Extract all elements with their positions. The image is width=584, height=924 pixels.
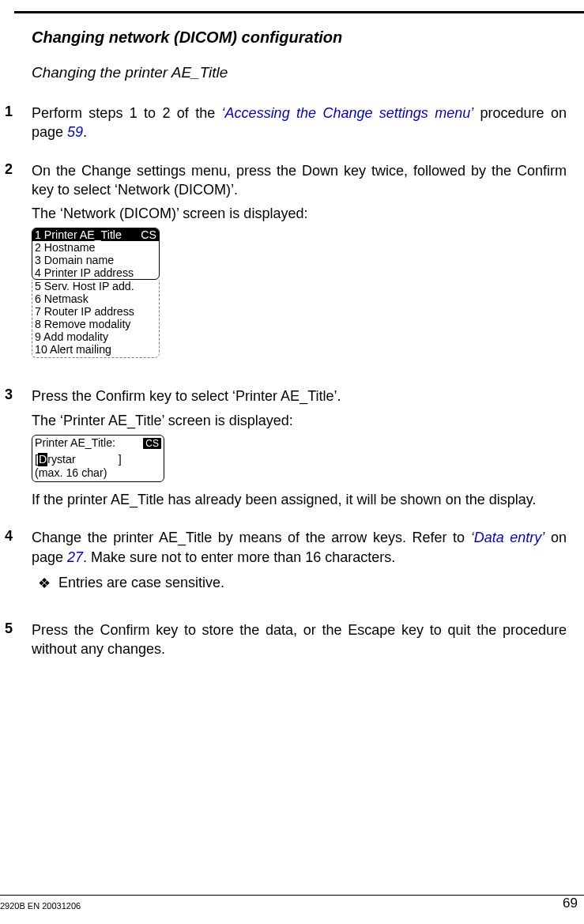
lcd-menu-overflow: 5 Serv. Host IP add. 6 Netmask 7 Router … — [32, 280, 160, 358]
step-number: 3 — [5, 387, 32, 514]
lcd-entry-screen: Printer AE_Title: CS [Drystar] (max. 16 … — [32, 435, 164, 482]
menu-row: 9 Add modality — [32, 330, 159, 343]
text: Press the Confirm key to store the data,… — [32, 620, 567, 659]
menu-row: 2 Hostname — [32, 241, 159, 254]
menu-row-selected: 1 Printer AE_Title CS — [32, 228, 159, 241]
text: . — [83, 124, 87, 140]
heading-subsection: Changing the printer AE_Title — [32, 64, 567, 81]
step-number: 4 — [5, 528, 32, 606]
footer-rule — [0, 895, 584, 896]
step-5: 5 Press the Confirm key to store the dat… — [32, 620, 567, 664]
step-body: On the Change settings menu, press the D… — [32, 161, 567, 373]
text: Press the Confirm key to select ‘Printer… — [32, 387, 567, 405]
step-number: 5 — [5, 620, 32, 664]
step-4: 4 Change the printer AE_Title by means o… — [32, 528, 567, 606]
cs-badge: CS — [141, 228, 156, 241]
content: Changing network (DICOM) configuration C… — [32, 28, 567, 678]
footer-doc-id: 2920B EN 20031206 — [0, 901, 81, 911]
cs-badge: CS — [143, 438, 161, 449]
menu-row: 10 Alert mailing — [32, 343, 159, 356]
step-3: 3 Press the Confirm key to select ‘Print… — [32, 387, 567, 514]
text: The ‘Printer AE_Title’ screen is display… — [32, 411, 567, 430]
bullet-item: ❖ Entries are case sensitive. — [38, 575, 567, 592]
diamond-bullet-icon: ❖ — [38, 575, 58, 592]
text: The ‘Network (DICOM)’ screen is displaye… — [32, 204, 567, 223]
text: Change the printer AE_Title by means of … — [32, 530, 471, 545]
menu-label: 1 Printer AE_Title — [35, 228, 122, 241]
lcd-menu-screen: 1 Printer AE_Title CS 2 Hostname 3 Domai… — [32, 228, 160, 280]
step-body: Change the printer AE_Title by means of … — [32, 528, 567, 606]
text: If the printer AE_Title has already been… — [32, 490, 567, 509]
step-2: 2 On the Change settings menu, press the… — [32, 161, 567, 373]
page-ref[interactable]: 27 — [67, 549, 83, 565]
page-ref[interactable]: 59 — [67, 124, 83, 140]
step-number: 2 — [5, 161, 32, 373]
heading-section: Changing network (DICOM) configuration — [32, 28, 567, 47]
step-1: 1 Perform steps 1 to 2 of the ‘Accessing… — [32, 104, 567, 147]
step-body: Press the Confirm key to select ‘Printer… — [32, 387, 567, 514]
menu-row: 7 Router IP address — [32, 305, 159, 318]
footer-page-number: 69 — [563, 896, 578, 911]
menu-row: 6 Netmask — [32, 292, 159, 305]
text: . Make sure not to enter more than 16 ch… — [83, 549, 395, 565]
entry-hint: (max. 16 char) — [35, 466, 161, 480]
entry-label: Printer AE_Title: — [35, 436, 115, 450]
page: Changing network (DICOM) configuration C… — [0, 0, 584, 924]
top-rule — [14, 11, 584, 13]
cursor-char: D — [38, 453, 47, 466]
menu-row: 4 Printer IP address — [32, 266, 159, 279]
text: Perform steps 1 to 2 of the — [32, 105, 222, 121]
bracket-close: ] — [119, 453, 122, 466]
bullet-text: Entries are case sensitive. — [58, 575, 224, 592]
text: On the Change settings menu, press the D… — [32, 161, 567, 200]
step-body: Perform steps 1 to 2 of the ‘Accessing t… — [32, 104, 567, 147]
menu-row: 8 Remove modality — [32, 318, 159, 330]
entry-value: [Drystar] — [35, 453, 161, 466]
link-accessing-menu[interactable]: ‘Accessing the Change settings menu’ — [222, 105, 474, 121]
menu-row: 3 Domain name — [32, 254, 159, 266]
link-data-entry[interactable]: ‘Data entry’ — [471, 530, 545, 545]
menu-row: 5 Serv. Host IP add. — [32, 280, 159, 292]
step-number: 1 — [5, 104, 32, 147]
step-body: Press the Confirm key to store the data,… — [32, 620, 567, 664]
entry-text: rystar — [47, 453, 75, 466]
